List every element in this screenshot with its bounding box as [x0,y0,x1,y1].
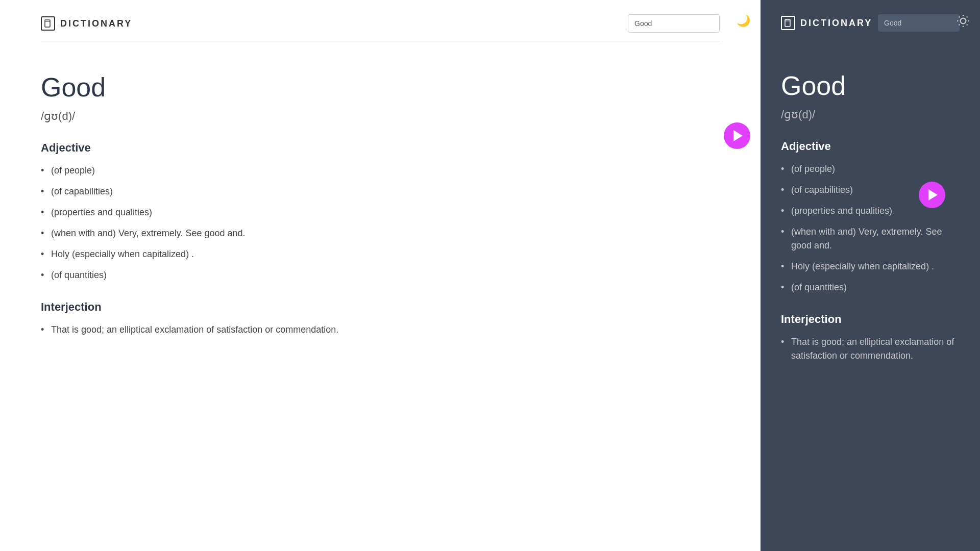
list-item: (properties and qualities) [781,204,960,218]
word-content-dark: Good /ɡʊ(d)/ Adjective (of people) (of c… [781,70,960,363]
logo-text-dark: DICTIONARY [800,18,872,29]
play-icon-light [733,130,743,141]
header-dark: DICTIONARY [781,0,960,40]
logo-light: DICTIONARY [41,16,132,31]
list-item: That is good; an elliptical exclamation … [41,323,720,337]
list-item: (of people) [781,162,960,176]
search-input-dark[interactable] [878,15,960,31]
list-item: (of capabilities) [781,183,960,197]
svg-line-8 [967,24,968,26]
list-item: (of quantities) [41,268,720,282]
phonetic-dark: /ɡʊ(d)/ [781,108,960,121]
logo-dark: DICTIONARY [781,16,872,30]
logo-book-icon [41,16,55,31]
moon-icon: 🌙 [737,14,750,27]
sun-icon [957,15,970,31]
interjection-definitions-dark: That is good; an elliptical exclamation … [781,335,960,363]
adjective-heading-light: Adjective [41,141,720,155]
header-light: DICTIONARY [41,0,720,41]
list-item: (properties and qualities) [41,206,720,219]
svg-rect-13 [785,19,790,27]
svg-rect-0 [45,20,50,27]
light-panel: 🌙 DICTIONARY Good /ɡʊ(d)/ [0,0,761,551]
search-bar-light[interactable] [628,14,720,33]
light-mode-toggle[interactable] [957,14,970,31]
interjection-heading-dark: Interjection [781,313,960,326]
list-item: Holy (especially when capitalized) . [781,260,960,273]
play-button-light[interactable] [724,122,750,149]
search-bar-dark[interactable] [878,14,960,32]
word-title-light: Good [41,72,720,103]
list-item: That is good; an elliptical exclamation … [781,335,960,363]
list-item: (of people) [41,164,720,178]
list-item: Holy (especially when capitalized) . [41,247,720,261]
logo-text-light: DICTIONARY [60,18,132,29]
phonetic-light: /ɡʊ(d)/ [41,110,720,123]
adjective-heading-dark: Adjective [781,140,960,153]
dark-panel: DICTIONARY Good /ɡʊ(d)/ Adjective (of pe… [761,0,980,551]
list-item: (of capabilities) [41,185,720,198]
list-item: (of quantities) [781,281,960,294]
logo-book-icon-dark [781,16,795,30]
word-title-dark: Good [781,70,960,101]
svg-line-12 [967,17,968,18]
word-content-light: Good /ɡʊ(d)/ Adjective (of people) (of c… [41,72,720,337]
search-input-light[interactable] [628,16,720,31]
list-item: (when with and) Very, extremely. See goo… [41,227,720,240]
svg-line-11 [959,24,960,26]
svg-point-4 [961,18,966,24]
list-item: (when with and) Very, extremely. See goo… [781,225,960,253]
adjective-definitions-light: (of people) (of capabilities) (propertie… [41,164,720,282]
svg-line-7 [959,17,960,18]
dark-mode-toggle[interactable]: 🌙 [737,14,750,28]
interjection-definitions-light: That is good; an elliptical exclamation … [41,323,720,337]
interjection-heading-light: Interjection [41,300,720,314]
